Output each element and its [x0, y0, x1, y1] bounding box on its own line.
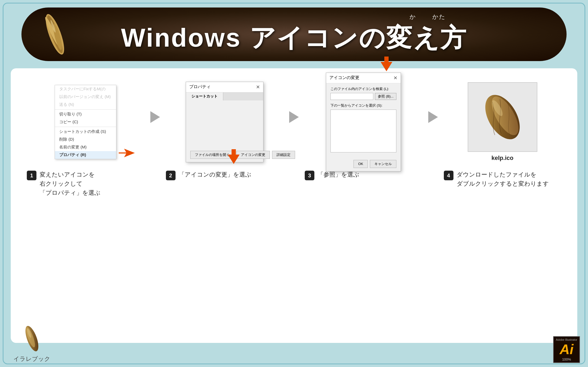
icon-input-row: 参照 (B)... [330, 93, 396, 100]
step-2-block: プロパティ ✕ ショートカット ファイルの場所を開く アイコンの変更 詳細設定 [163, 79, 286, 180]
step1-red-arrow [119, 148, 135, 158]
arrow-2-3 [286, 79, 302, 123]
arrow-right-icon-3 [428, 111, 438, 123]
icon-dialog-wrapper: アイコンの変更 ✕ このファイル内のアイコンを検索 (L): 参照 (B)...… [326, 73, 401, 171]
properties-dialog-wrapper: プロパティ ✕ ショートカット ファイルの場所を開く アイコンの変更 詳細設定 [186, 82, 263, 162]
step-3-block: アイコンの変更 ✕ このファイル内のアイコンを検索 (L): 参照 (B)...… [302, 79, 425, 180]
step-3-illustration: アイコンの変更 ✕ このファイル内のアイコンを検索 (L): 参照 (B)...… [302, 79, 425, 165]
menu-item-send: 送る (N) [55, 101, 116, 108]
icon-dialog-title: アイコンの変更 [329, 75, 359, 81]
svg-marker-6 [228, 149, 240, 164]
step-1-number: 1 [30, 173, 33, 179]
menu-item-properties[interactable]: プロパティ (R) [55, 151, 116, 159]
header-title-container: か かた Windows アイコンの変え方 [121, 13, 467, 56]
icon-list-label: 下の一覧からアイコンを選択 (S): [330, 103, 396, 108]
dialog-tab-shortcut[interactable]: ショートカット [186, 92, 223, 100]
step-2-label-row: 2 「アイコンの変更」を選ぶ [163, 170, 286, 180]
menu-item-cut: 切り取り (T) [55, 110, 116, 118]
icon-dialog-body: このファイル内のアイコンを検索 (L): 参照 (B)... 下の一覧からアイコ… [326, 83, 401, 159]
step-2-number: 2 [169, 173, 172, 179]
step-2-illustration: プロパティ ✕ ショートカット ファイルの場所を開く アイコンの変更 詳細設定 [163, 79, 286, 165]
bottom-label: イラレブック [13, 355, 50, 363]
main-content-card: タスクバーにFixするM(の 以前のバージョンの変え (M) 送る (N) 切り… [11, 68, 577, 343]
step-2-text: 「アイコンの変更」を選ぶ [179, 170, 251, 179]
step-4-illustration: kelp.ico [441, 79, 564, 165]
step-3-text: 「参照」を選ぶ [318, 170, 359, 179]
icon-search-label: このファイル内のアイコンを検索 (L): [330, 87, 396, 91]
browse-button[interactable]: 参照 (B)... [375, 93, 396, 100]
menu-item-prev-version: 以前のバージョンの変え (M) [55, 93, 116, 101]
btn-advanced[interactable]: 詳細設定 [272, 151, 295, 159]
step-4-text: ダウンロードしたファイルをダブルクリックすると変わります [457, 170, 549, 188]
icon-path-input[interactable] [330, 93, 373, 100]
page-title: Windows アイコンの変え方 [121, 21, 467, 56]
context-menu: タスクバーにFixするM(の 以前のバージョンの変え (M) 送る (N) 切り… [55, 85, 116, 159]
ai-badge-bottom-label: 100% [562, 357, 571, 361]
arrow-right-icon [150, 111, 160, 123]
header-banner: か かた Windows アイコンの変え方 [21, 8, 567, 61]
step3-orange-arrow [380, 57, 393, 72]
step-1-block: タスクバーにFixするM(の 以前のバージョンの変え (M) 送る (N) 切り… [24, 79, 147, 197]
menu-item-shortcut: ショートカットの作成 (S) [55, 128, 116, 136]
step-3-label-row: 3 「参照」を選ぶ [302, 170, 425, 180]
icon-dialog-titlebar: アイコンの変更 ✕ [326, 73, 401, 83]
ai-badge-top-label: Adobe Illustrator [556, 338, 577, 341]
step-2-badge: 2 [166, 171, 176, 180]
ruby-ka: か [410, 13, 416, 21]
icon-list [330, 110, 396, 152]
arrow-right-icon-2 [289, 111, 299, 123]
step-1-text: 変えたいアイコンを右クリックして「プロパティ」を選ぶ [40, 170, 101, 197]
ruby-kata: かた [432, 13, 446, 21]
bottom-kelp-svg [21, 324, 43, 353]
ai-badge-text: Ai [560, 342, 574, 356]
dialog-titlebar: プロパティ ✕ [186, 82, 263, 92]
step2-orange-arrow [227, 149, 240, 165]
svg-marker-5 [119, 149, 135, 157]
step-4-badge: 4 [444, 171, 453, 180]
btn-change-icon[interactable]: アイコンの変更 [236, 151, 270, 159]
icon-cancel-btn[interactable]: キャンセル [370, 160, 396, 168]
icon-change-dialog: アイコンの変更 ✕ このファイル内のアイコンを検索 (L): 参照 (B)...… [326, 73, 401, 171]
menu-item-rename: 名前の変更 (M) [55, 143, 116, 151]
icon-dialog-btn-row: OK キャンセル [326, 159, 401, 171]
menu-item-copy: コピー (C) [55, 118, 116, 126]
ai-badge: Adobe Illustrator Ai 100% [553, 336, 580, 363]
step-1-illustration: タスクバーにFixするM(の 以前のバージョンの変え (M) 送る (N) 切り… [24, 79, 147, 165]
step-3-number: 3 [308, 173, 311, 179]
dialog-title: プロパティ [189, 84, 211, 90]
arrow-1-2 [147, 79, 163, 123]
bottom-kelp-section: イラレブック [13, 324, 50, 363]
step-1-badge: 1 [27, 171, 36, 180]
kelp-preview-box [468, 82, 537, 152]
dialog-close-btn[interactable]: ✕ [256, 84, 260, 90]
step-4-label-row: 4 ダウンロードしたファイルをダブルクリックすると変わります [441, 170, 564, 188]
icon-dialog-close-btn[interactable]: ✕ [393, 75, 397, 81]
step-4-number: 4 [447, 173, 450, 179]
icon-ok-btn[interactable]: OK [353, 160, 368, 168]
menu-item-taskbar: タスクバーにFixするM(の [55, 85, 116, 93]
kelp-preview-container: kelp.ico [468, 82, 537, 162]
kelp-banner-decoration [38, 10, 72, 58]
kelp-filename: kelp.ico [492, 155, 513, 162]
dialog-body [186, 100, 263, 149]
step-3-badge: 3 [305, 171, 314, 180]
step-4-block: kelp.ico 4 ダウンロードしたファイルをダブルクリックすると変わります [441, 79, 564, 188]
properties-dialog: プロパティ ✕ ショートカット ファイルの場所を開く アイコンの変更 詳細設定 [186, 82, 263, 162]
step-1-label-row: 1 変えたいアイコンを右クリックして「プロパティ」を選ぶ [24, 170, 147, 197]
arrow-3-4 [425, 79, 441, 123]
menu-item-delete: 削除 (D) [55, 136, 116, 143]
svg-marker-7 [381, 57, 392, 71]
dialog-footer: ファイルの場所を開く アイコンの変更 詳細設定 [186, 149, 263, 162]
dialog-tabs: ショートカット [186, 92, 263, 100]
steps-row: タスクバーにFixするM(の 以前のバージョンの変え (M) 送る (N) 切り… [24, 79, 564, 197]
